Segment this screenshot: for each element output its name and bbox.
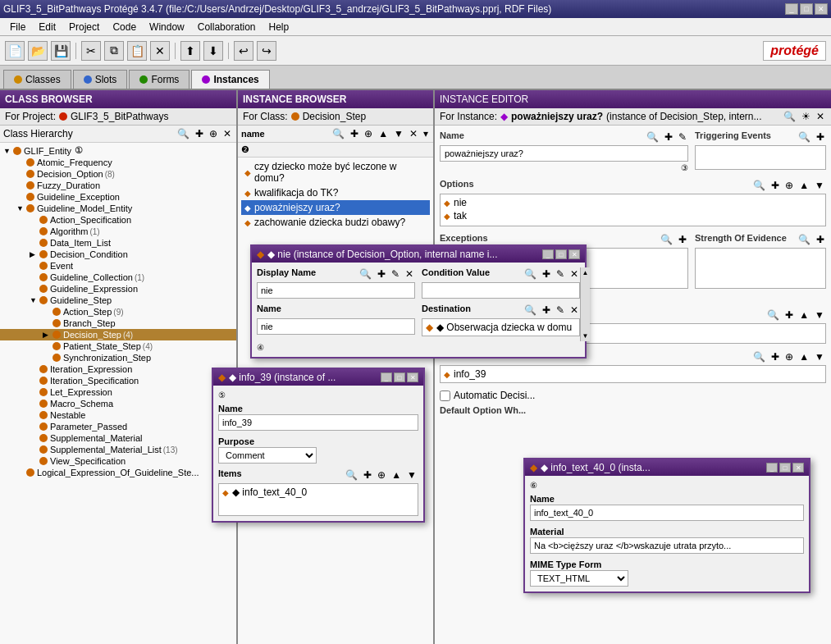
delete-button[interactable]: ✕: [150, 41, 170, 61]
iter-search-icon[interactable]: 🔍: [765, 309, 781, 321]
dialog-infotext-close[interactable]: ✕: [792, 463, 804, 473]
tree-item-action-spec[interactable]: Action_Specification: [0, 214, 236, 226]
menu-collaboration[interactable]: Collaboration: [191, 20, 263, 34]
items-copy-icon[interactable]: ⊕: [376, 469, 387, 481]
instance-item-4[interactable]: ◆ zachowanie dziecka budzi obawy?: [241, 215, 430, 230]
dest-del-icon[interactable]: ✕: [568, 304, 580, 316]
tree-item-decision-step[interactable]: ▶ Decision_Step (4): [0, 329, 236, 340]
infotext-material-input[interactable]: [530, 537, 804, 554]
info39-purpose-select[interactable]: Comment Education Rationale: [218, 447, 317, 464]
copy-instance-icon[interactable]: ⊕: [363, 128, 374, 139]
exc-add-icon[interactable]: ✚: [677, 234, 688, 245]
tree-item-iteration-expr[interactable]: Iteration_Expression: [0, 363, 236, 375]
cv-del-icon[interactable]: ✕: [568, 268, 580, 280]
tree-item-let-expr[interactable]: Let_Expression: [0, 386, 236, 398]
search-icon[interactable]: 🔍: [176, 128, 191, 139]
close-button[interactable]: ✕: [815, 3, 828, 15]
close-editor-icon[interactable]: ✕: [815, 111, 826, 122]
did-add-icon[interactable]: ✚: [769, 351, 781, 363]
tree-item-patient-state[interactable]: Patient_State_Step (4): [0, 340, 236, 352]
condition-value-input[interactable]: [422, 282, 580, 299]
copy-button[interactable]: ⧉: [104, 41, 124, 61]
add-class-icon[interactable]: ✚: [194, 128, 205, 139]
instance-item-1[interactable]: ◆ czy dziecko może być leczone w domu?: [241, 159, 430, 185]
tree-item-fuzzy[interactable]: Fuzzy_Duration: [0, 180, 236, 191]
redo-button[interactable]: ↪: [257, 41, 276, 61]
tree-item-suppl-material[interactable]: Supplemental_Material: [0, 432, 236, 444]
dialog-nie-max[interactable]: □: [555, 249, 567, 259]
str-add-icon[interactable]: ✚: [815, 234, 826, 245]
expand-guideline-step[interactable]: ▼: [30, 296, 39, 304]
dialog-infotext-min[interactable]: _: [766, 463, 778, 473]
dialog-infotext-max[interactable]: □: [779, 463, 791, 473]
infotext-mime-select[interactable]: TEXT_HTML TEXT_PLAIN TEXT_XML: [530, 570, 628, 587]
search-editor-icon[interactable]: 🔍: [782, 111, 797, 122]
instance-item-3[interactable]: ◆ poważniejszy uraz?: [241, 200, 430, 215]
instance-item-2[interactable]: ◆ kwalifikacja do TK?: [241, 185, 430, 200]
expand-decision-cond[interactable]: ▶: [30, 250, 39, 258]
menu-help[interactable]: Help: [262, 20, 295, 34]
tab-slots[interactable]: Slots: [73, 70, 128, 89]
name-input-nie[interactable]: [257, 318, 415, 335]
iter-down-icon[interactable]: ▼: [813, 309, 826, 321]
cv-search-icon[interactable]: 🔍: [523, 268, 538, 280]
dest-edit-icon[interactable]: ✎: [555, 304, 566, 316]
trigger-add-icon[interactable]: ✚: [815, 131, 826, 143]
dn-edit-icon[interactable]: ✎: [390, 268, 401, 280]
cv-edit-icon[interactable]: ✎: [555, 268, 566, 280]
items-search-icon[interactable]: 🔍: [344, 469, 359, 481]
minimize-button[interactable]: _: [785, 3, 798, 15]
tree-item-nestable[interactable]: Nestable: [0, 409, 236, 421]
save-button[interactable]: 💾: [51, 41, 71, 61]
dest-add-icon[interactable]: ✚: [541, 304, 552, 316]
name-input[interactable]: [440, 145, 688, 162]
tree-item-action-step[interactable]: Action_Step (9): [0, 306, 236, 317]
tab-instances[interactable]: Instances: [191, 70, 269, 89]
trigger-search-icon[interactable]: 🔍: [797, 131, 812, 143]
delete-instance-icon[interactable]: ✕: [408, 128, 419, 139]
exc-search-icon[interactable]: 🔍: [659, 234, 674, 245]
options-search-icon[interactable]: 🔍: [751, 180, 767, 191]
maximize-button[interactable]: □: [800, 3, 813, 15]
dialog-nie-min[interactable]: _: [542, 249, 554, 259]
tree-item-view-spec[interactable]: View_Specification: [0, 455, 236, 467]
menu-file[interactable]: File: [3, 20, 32, 34]
tab-classes[interactable]: Classes: [3, 70, 71, 89]
tree-item-guideline-coll[interactable]: Guideline_Collection (1): [0, 272, 236, 283]
dialog-info39-max[interactable]: □: [394, 372, 405, 382]
options-add-icon[interactable]: ✚: [769, 180, 781, 191]
menu-instance-icon[interactable]: ▾: [422, 128, 430, 139]
add-subclass-icon[interactable]: ⊕: [208, 128, 219, 139]
menu-code[interactable]: Code: [106, 20, 143, 34]
name-add-icon[interactable]: ✚: [663, 131, 674, 143]
tree-item-macro-schema[interactable]: Macro_Schema: [0, 398, 236, 409]
options-arrow-icon[interactable]: ▲: [797, 180, 810, 191]
dest-search-icon[interactable]: 🔍: [523, 304, 538, 316]
arrow-up-instance-icon[interactable]: ▲: [377, 128, 390, 139]
tree-item-branch-step[interactable]: Branch_Step: [0, 317, 236, 329]
iter-add-icon[interactable]: ✚: [783, 309, 795, 321]
tree-item-atomic-freq[interactable]: Atomic_Frequency: [0, 157, 236, 168]
tree-item-decision-option[interactable]: Decision_Option (8): [0, 168, 236, 180]
import-button[interactable]: ⬇: [203, 41, 223, 61]
did-search-icon[interactable]: 🔍: [751, 351, 767, 363]
info39-item-1[interactable]: ◆ ◆ info_text_40_0: [221, 486, 416, 499]
undo-button[interactable]: ↩: [234, 41, 253, 61]
tree-item-algorithm[interactable]: Algorithm (1): [0, 226, 236, 237]
new-button[interactable]: 📄: [5, 41, 25, 61]
dn-del-icon[interactable]: ✕: [404, 268, 415, 280]
export-button[interactable]: ⬆: [180, 41, 200, 61]
tree-item-event[interactable]: Event: [0, 260, 236, 272]
didactics-item[interactable]: ◆ info_39: [442, 368, 824, 381]
menu-window[interactable]: Window: [143, 20, 191, 34]
items-arrow-icon[interactable]: ▲: [390, 469, 403, 481]
tree-item-parameter-passed[interactable]: Parameter_Passed: [0, 421, 236, 432]
cv-add-icon[interactable]: ✚: [541, 268, 552, 280]
options-down-icon[interactable]: ▼: [813, 180, 826, 191]
dialog-nie-scrollbar[interactable]: ▲ ▼: [580, 267, 590, 341]
items-add-icon[interactable]: ✚: [362, 469, 373, 481]
name-search-icon[interactable]: 🔍: [645, 131, 660, 143]
menu-edit[interactable]: Edit: [32, 20, 62, 34]
tree-item-suppl-material-list[interactable]: Supplemental_Material_List (13): [0, 444, 236, 455]
add-instance-icon[interactable]: ✚: [349, 128, 360, 139]
